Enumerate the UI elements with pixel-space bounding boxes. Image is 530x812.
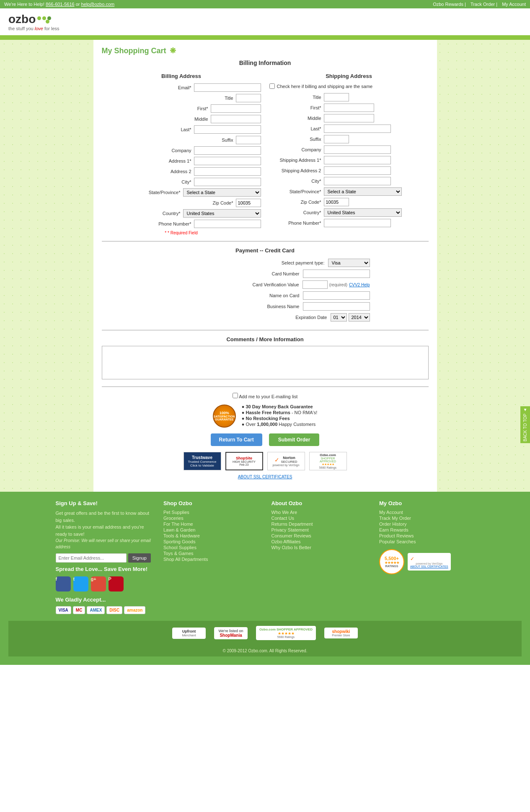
norton-footer-ssl[interactable]: ABOUT SSL CERTIFICATES — [410, 565, 448, 568]
about-returns[interactable]: Returns Department — [271, 521, 367, 527]
shipping-middle-input[interactable] — [324, 114, 374, 122]
billing-last-input[interactable] — [194, 125, 261, 134]
shop-lawn-garden[interactable]: Lawn & Garden — [163, 527, 259, 532]
billing-suffix-input[interactable] — [236, 136, 261, 144]
phone-link[interactable]: 866-601-5616 — [46, 2, 75, 7]
shop-for-the-home[interactable]: For The Home — [163, 521, 259, 527]
my-account-footer[interactable]: My Account — [379, 510, 475, 515]
ozbo-rewards-link[interactable]: Ozbo Rewards — [433, 2, 463, 7]
billing-title-input[interactable] — [236, 94, 261, 102]
billing-zip-input[interactable] — [236, 199, 261, 207]
shop-sporting-goods[interactable]: Sporting Goods — [163, 539, 259, 544]
shopsite-badge[interactable]: ShopSite HIGH SECURITY Feb 23 — [225, 452, 263, 470]
shop-groceries[interactable]: Groceries — [163, 516, 259, 521]
pinterest-icon[interactable]: P — [109, 576, 124, 591]
exp-month-select[interactable]: 01020304 05060708 09101112 — [331, 313, 347, 322]
shipping-zip-input[interactable] — [324, 198, 349, 206]
card-number-input[interactable] — [303, 270, 370, 278]
billing-state-select[interactable]: Select a State — [183, 188, 261, 197]
guarantee-point-4: ● Over 1,000,000 Happy Customers — [242, 422, 318, 427]
shipping-first-input[interactable] — [324, 104, 374, 112]
shop-toys-games[interactable]: Toys & Games — [163, 551, 259, 556]
my-order-history[interactable]: Order History — [379, 521, 475, 527]
shipping-city-input[interactable] — [324, 177, 391, 185]
twitter-icon[interactable]: t — [73, 576, 88, 591]
billing-address2-input[interactable] — [194, 167, 261, 176]
billing-email-input[interactable] — [194, 83, 261, 92]
billing-first-input[interactable] — [211, 104, 261, 113]
payment-title: Payment -- Credit Card — [102, 247, 429, 254]
payment-type-row: Select payment type: Visa MasterCard Ame… — [160, 259, 370, 267]
billing-company-input[interactable] — [194, 146, 261, 155]
same-shipping-row: Check here if billing and shipping are t… — [269, 83, 429, 89]
about-who-we-are[interactable]: Who We Are — [271, 510, 367, 515]
norton-badge[interactable]: ✓ Norton SECURED powered by VeriSign — [267, 452, 305, 470]
payment-type-select[interactable]: Visa MasterCard Amex Discover — [328, 259, 370, 267]
business-name-input[interactable] — [303, 302, 370, 311]
shipping-suffix-input[interactable] — [324, 135, 349, 143]
payment-icons: VISA MC AMEX DISC amazon — [56, 606, 151, 614]
shopsite-label: ShopSite — [236, 456, 252, 460]
name-on-card-input[interactable] — [303, 291, 370, 300]
email-list-checkbox[interactable] — [233, 393, 238, 398]
billing-middle-input[interactable] — [211, 115, 261, 123]
shipping-phone-input[interactable] — [324, 219, 391, 227]
same-shipping-checkbox[interactable] — [269, 83, 275, 89]
track-order-link[interactable]: Track Order — [471, 2, 495, 7]
comments-textarea[interactable] — [102, 346, 429, 379]
about-why-ozbo[interactable]: Why Ozbo Is Better — [271, 545, 367, 550]
ozbo-approved-badge[interactable]: Ozbo.com SHOPPER APPROVED ★★★★★ 5680 Rat… — [309, 452, 347, 470]
googleplus-icon[interactable]: g+ — [91, 576, 106, 591]
shipping-address2-input[interactable] — [324, 166, 391, 175]
facebook-icon[interactable]: f — [56, 576, 71, 591]
billing-middle-row: Middle — [102, 115, 261, 123]
exp-year-select[interactable]: 2014201520162017 201820192020 — [349, 313, 370, 322]
shipping-state-row: State/Province* Select a State — [269, 187, 429, 196]
shipping-company-row: Company — [269, 145, 429, 154]
my-account-link[interactable]: My Account — [502, 2, 526, 7]
about-affiliates[interactable]: Ozbo Affiliates — [271, 539, 367, 544]
billing-phone-input[interactable] — [194, 220, 261, 228]
back-to-top-button[interactable]: BACK TO TOP ▲ — [520, 406, 530, 443]
my-earn-rewards[interactable]: Earn Rewards — [379, 527, 475, 532]
ssl-link[interactable]: ABOUT SSL CERTIFICATES — [102, 475, 429, 479]
my-product-reviews[interactable]: Product Reviews — [379, 533, 475, 538]
shipping-state-label: State/Province* — [269, 189, 324, 194]
footer-about-title: About Ozbo — [271, 500, 367, 506]
shop-tools-hardware[interactable]: Tools & Hardware — [163, 533, 259, 538]
shop-pet-supplies[interactable]: Pet Supplies — [163, 510, 259, 515]
email-link[interactable]: help@ozbo.com — [81, 2, 115, 7]
norton-secured: SECURED — [281, 460, 297, 464]
about-privacy[interactable]: Privacy Statement — [271, 527, 367, 532]
shipping-city-label: City* — [269, 179, 324, 184]
cvv-help-link[interactable]: CVV2 Help — [349, 283, 370, 287]
shopwiki-badge[interactable]: shopwiki Premier Store — [324, 628, 358, 638]
upfront-badge[interactable]: Upfront Merchant — [172, 628, 206, 639]
header: ozbo the stuff you love for less — [0, 8, 530, 36]
shopmania-badge[interactable]: We're listed on ShopMania — [214, 627, 248, 639]
shipping-country-select[interactable]: United States — [324, 208, 402, 217]
footer-email-input[interactable] — [56, 553, 127, 563]
about-contact[interactable]: Contact Us — [271, 516, 367, 521]
footer-signup-button[interactable]: Signup — [128, 553, 151, 563]
billing-country-select[interactable]: United States — [183, 209, 261, 218]
shop-all-departments[interactable]: Shop All Departments — [163, 557, 259, 562]
my-popular-searches[interactable]: Popular Searches — [379, 539, 475, 544]
cvv-input[interactable] — [302, 280, 328, 289]
submit-order-button[interactable]: Submit Order — [269, 433, 320, 446]
shipping-last-input[interactable] — [324, 125, 391, 133]
billing-city-input[interactable] — [194, 178, 261, 186]
trustwave-badge[interactable]: Trustwave Trusted Commerce Click to Vali… — [184, 452, 221, 470]
shipping-column: Shipping Address Check here if billing a… — [269, 73, 429, 235]
billing-address1-input[interactable] — [194, 157, 261, 165]
shipping-company-input[interactable] — [324, 145, 391, 154]
shop-school-supplies[interactable]: School Supplies — [163, 545, 259, 550]
shipping-address1-label: Shipping Address 1* — [269, 158, 324, 163]
shipping-state-select[interactable]: Select a State — [324, 187, 402, 196]
return-to-cart-button[interactable]: Return To Cart — [211, 433, 262, 446]
shipping-address1-input[interactable] — [324, 156, 391, 164]
shipping-title-input[interactable] — [324, 93, 349, 101]
my-track-order[interactable]: Track My Order — [379, 516, 475, 521]
about-consumer-reviews[interactable]: Consumer Reviews — [271, 533, 367, 538]
ozbo-approved-footer-badge[interactable]: Ozbo.com SHOPPER APPROVED ★★★★★ 5680 Rat… — [256, 626, 316, 640]
